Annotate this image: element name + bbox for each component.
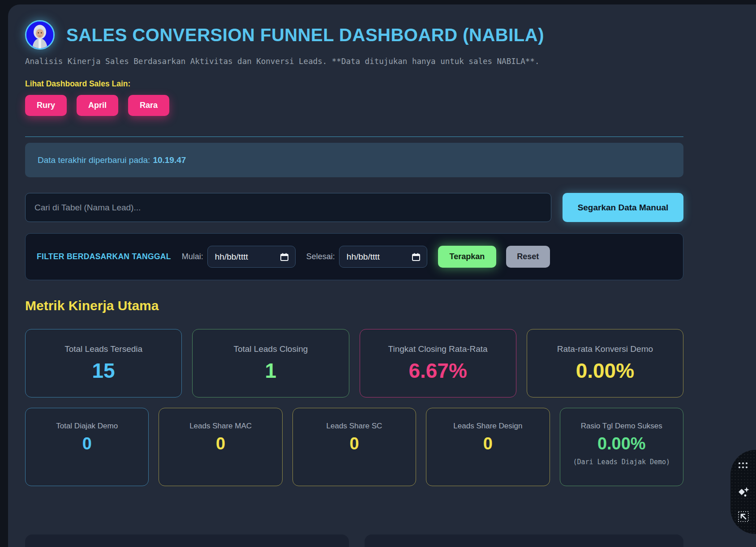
ai-sparkle-icon[interactable] (738, 486, 749, 498)
metrics-section-heading: Metrik Kinerja Utama (25, 298, 683, 313)
start-date-input[interactable]: hh/bb/tttt (207, 246, 296, 268)
metric-value: 0.00% (597, 434, 646, 453)
metric-label: Total Leads Tersedia (64, 344, 142, 354)
metric-card-leads-share-sc: Leads Share SC 0 (292, 408, 416, 486)
calendar-icon[interactable] (412, 252, 421, 261)
manual-refresh-button[interactable]: Segarkan Data Manual (563, 193, 683, 222)
metric-label: Total Diajak Demo (56, 422, 118, 431)
avatar (25, 20, 55, 50)
metric-card-leads-share-mac: Leads Share MAC 0 (159, 408, 282, 486)
start-date-label: Mulai: (182, 252, 203, 261)
header: SALES CONVERSION FUNNEL DASHBOARD (NABIL… (25, 20, 683, 50)
divider (25, 137, 683, 137)
metric-value: 6.67% (408, 359, 467, 383)
search-row: Segarkan Data Manual (25, 193, 683, 222)
end-date-value: hh/bb/tttt (347, 252, 380, 262)
metric-value: 0 (216, 434, 225, 453)
dashboard-link-rara[interactable]: Rara (128, 95, 169, 116)
date-filter-bar: FILTER BERDASARKAN TANGGAL Mulai: hh/bb/… (25, 233, 683, 280)
metric-label: Rata-rata Konversi Demo (557, 344, 653, 354)
metrics-row-1: Total Leads Tersedia 15 Total Leads Clos… (25, 329, 683, 397)
page-title: SALES CONVERSION FUNNEL DASHBOARD (NABIL… (66, 25, 544, 45)
bottom-panel-left (25, 534, 349, 547)
metric-value: 1 (265, 359, 277, 383)
page-subtitle: Analisis Kinerja Sales Berdasarkan Aktiv… (25, 57, 683, 66)
metric-card-konversi-demo: Rata-rata Konversi Demo 0.00% (527, 329, 683, 397)
metric-card-total-diajak-demo: Total Diajak Demo 0 (25, 408, 149, 486)
metric-value: 0 (349, 434, 359, 453)
last-updated-banner: Data terakhir diperbarui pada: 10.19.47 (25, 143, 683, 177)
metric-label: Leads Share MAC (189, 422, 252, 431)
metric-card-rasio-tgl-demo: Rasio Tgl Demo Sukses 0.00% (Dari Leads … (560, 408, 683, 486)
date-filter-title: FILTER BERDASARKAN TANGGAL (37, 252, 171, 261)
metric-label: Tingkat Closing Rata-Rata (388, 344, 488, 354)
search-input[interactable] (25, 193, 551, 222)
metric-value: 0 (483, 434, 493, 453)
dashboard-container: SALES CONVERSION FUNNEL DASHBOARD (NABIL… (8, 4, 756, 547)
dashboard-link-rury[interactable]: Rury (25, 95, 67, 116)
start-date-value: hh/bb/tttt (215, 252, 248, 262)
metric-label: Leads Share Design (453, 422, 522, 431)
bottom-panels (25, 534, 683, 547)
metric-card-total-leads-tersedia: Total Leads Tersedia 15 (25, 329, 182, 397)
end-date-input[interactable]: hh/bb/tttt (339, 246, 427, 268)
expand-arrow-icon[interactable] (738, 511, 749, 522)
dashboard-link-april[interactable]: April (77, 95, 118, 116)
metrics-row-2: Total Diajak Demo 0 Leads Share MAC 0 Le… (25, 408, 683, 486)
reset-filter-button[interactable]: Reset (506, 246, 550, 268)
metric-note: (Dari Leads Diajak Demo) (567, 457, 676, 467)
metric-label: Rasio Tgl Demo Sukses (581, 422, 662, 431)
metric-value: 15 (92, 359, 115, 383)
last-updated-label: Data terakhir diperbarui pada: (38, 155, 150, 165)
calendar-icon[interactable] (280, 252, 289, 261)
metric-label: Total Leads Closing (233, 344, 308, 354)
metric-value: 0 (82, 434, 92, 453)
other-dashboards-nav: Rury April Rara (25, 95, 683, 116)
last-updated-time: 10.19.47 (153, 155, 186, 165)
other-dashboards-label: Lihat Dashboard Sales Lain: (25, 79, 683, 89)
metric-value: 0.00% (576, 359, 634, 383)
drag-handle-dots-icon[interactable] (738, 462, 749, 473)
floating-side-toolbar[interactable] (730, 450, 756, 534)
metric-card-total-leads-closing: Total Leads Closing 1 (192, 329, 349, 397)
end-date-label: Selesai: (306, 252, 335, 261)
metric-card-leads-share-design: Leads Share Design 0 (426, 408, 550, 486)
apply-filter-button[interactable]: Terapkan (438, 246, 496, 268)
metric-card-tingkat-closing: Tingkat Closing Rata-Rata 6.67% (360, 329, 516, 397)
avatar-illustration (26, 21, 53, 48)
metric-label: Leads Share SC (326, 422, 382, 431)
bottom-panel-right (365, 534, 684, 547)
